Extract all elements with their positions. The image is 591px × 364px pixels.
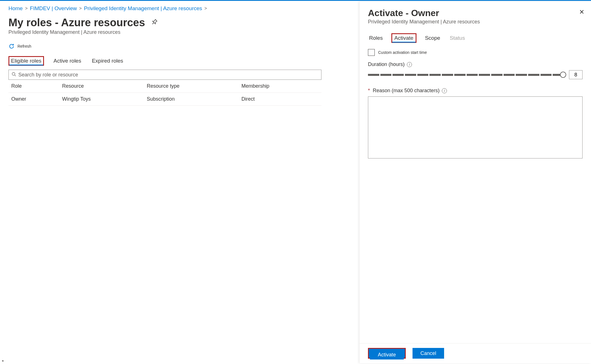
svg-point-0	[12, 72, 15, 75]
slider-segment	[405, 74, 416, 76]
panel-title: Activate - Owner	[368, 8, 583, 18]
slider-segment	[368, 74, 379, 76]
slider-segment	[380, 74, 392, 76]
table-row[interactable]: Owner Wingtip Toys Subscription Direct	[8, 93, 321, 106]
svg-line-1	[15, 75, 16, 76]
chevron-right-icon: >	[79, 6, 82, 11]
info-icon[interactable]: i	[442, 88, 447, 93]
cell-resource-type: Subscription	[144, 93, 239, 106]
table-header-row: Role Resource Resource type Membership	[8, 80, 321, 93]
cell-membership: Direct	[239, 93, 321, 106]
panel-tabs: Roles Activate Scope Status	[360, 28, 591, 43]
activate-button-highlight: Activate	[368, 348, 406, 359]
panel-footer: Activate Cancel	[360, 343, 591, 363]
page-title: My roles - Azure resources	[8, 17, 145, 29]
breadcrumb-home[interactable]: Home	[8, 5, 23, 12]
col-role[interactable]: Role	[8, 80, 59, 93]
duration-slider[interactable]	[368, 72, 564, 78]
custom-start-label: Custom activation start time	[378, 50, 427, 55]
custom-start-checkbox[interactable]	[368, 49, 375, 56]
page-title-row: My roles - Azure resources	[8, 17, 321, 29]
main-content: Home > FIMDEV | Overview > Privileged Id…	[0, 1, 330, 363]
tab-eligible-roles[interactable]: Eligible roles	[8, 56, 44, 66]
scroll-left-icon[interactable]: ◂	[0, 358, 5, 363]
col-membership[interactable]: Membership	[239, 80, 321, 93]
slider-segment	[442, 74, 453, 76]
slider-track	[368, 74, 564, 76]
info-icon[interactable]: i	[407, 62, 412, 67]
col-resource[interactable]: Resource	[59, 80, 144, 93]
search-icon	[12, 72, 16, 78]
panel-subtitle: Privileged Identity Management | Azure r…	[368, 19, 583, 25]
panel-header: Activate - Owner Privileged Identity Man…	[360, 2, 591, 28]
refresh-icon	[8, 43, 15, 49]
col-resource-type[interactable]: Resource type	[144, 80, 239, 93]
slider-segment	[541, 74, 552, 76]
breadcrumb-fimdev[interactable]: FIMDEV | Overview	[30, 5, 77, 12]
page-subtitle: Privileged Identity Management | Azure r…	[8, 29, 321, 35]
duration-label: Duration (hours)	[368, 61, 405, 67]
slider-segment	[467, 74, 478, 76]
refresh-label: Refresh	[17, 44, 31, 48]
slider-segment	[516, 74, 527, 76]
panel-body: Custom activation start time Duration (h…	[360, 43, 591, 343]
duration-slider-row	[368, 70, 583, 79]
close-button[interactable]: ✕	[579, 8, 584, 16]
panel-tab-status: Status	[449, 33, 466, 43]
slider-thumb[interactable]	[560, 72, 566, 78]
slider-segment	[392, 74, 404, 76]
search-input[interactable]	[18, 72, 318, 78]
breadcrumb: Home > FIMDEV | Overview > Privileged Id…	[8, 5, 321, 12]
tab-expired-roles[interactable]: Expired roles	[91, 56, 124, 66]
slider-segment	[454, 74, 466, 76]
panel-tab-scope[interactable]: Scope	[424, 33, 441, 43]
slider-segment	[504, 74, 515, 76]
panel-tab-activate[interactable]: Activate	[391, 33, 417, 43]
roles-table: Role Resource Resource type Membership O…	[8, 80, 321, 106]
refresh-button[interactable]: Refresh	[8, 41, 321, 51]
slider-segment	[528, 74, 539, 76]
activate-button[interactable]: Activate	[370, 350, 404, 359]
reason-label: Reason (max 500 characters)	[373, 88, 440, 94]
reason-label-row: * Reason (max 500 characters) i	[368, 88, 583, 94]
tab-active-roles[interactable]: Active roles	[52, 56, 82, 66]
duration-label-row: Duration (hours) i	[368, 61, 583, 67]
chevron-right-icon: >	[204, 6, 207, 11]
breadcrumb-pim[interactable]: Privileged Identity Management | Azure r…	[84, 5, 202, 12]
cell-role: Owner	[8, 93, 59, 106]
pin-icon[interactable]	[149, 18, 159, 28]
cancel-button[interactable]: Cancel	[413, 348, 444, 359]
slider-segment	[429, 74, 441, 76]
panel-tab-roles[interactable]: Roles	[368, 33, 384, 43]
cell-resource: Wingtip Toys	[59, 93, 144, 106]
duration-input[interactable]	[569, 70, 583, 79]
reason-textarea[interactable]	[368, 96, 583, 158]
slider-segment	[491, 74, 502, 76]
close-icon: ✕	[579, 8, 584, 16]
slider-segment	[479, 74, 490, 76]
activate-panel: Activate - Owner Privileged Identity Man…	[359, 2, 591, 363]
required-star: *	[368, 88, 370, 94]
custom-start-row: Custom activation start time	[368, 49, 583, 56]
slider-segment	[417, 74, 429, 76]
role-tabs: Eligible roles Active roles Expired role…	[8, 56, 321, 66]
search-box[interactable]	[8, 70, 321, 80]
chevron-right-icon: >	[25, 6, 28, 11]
